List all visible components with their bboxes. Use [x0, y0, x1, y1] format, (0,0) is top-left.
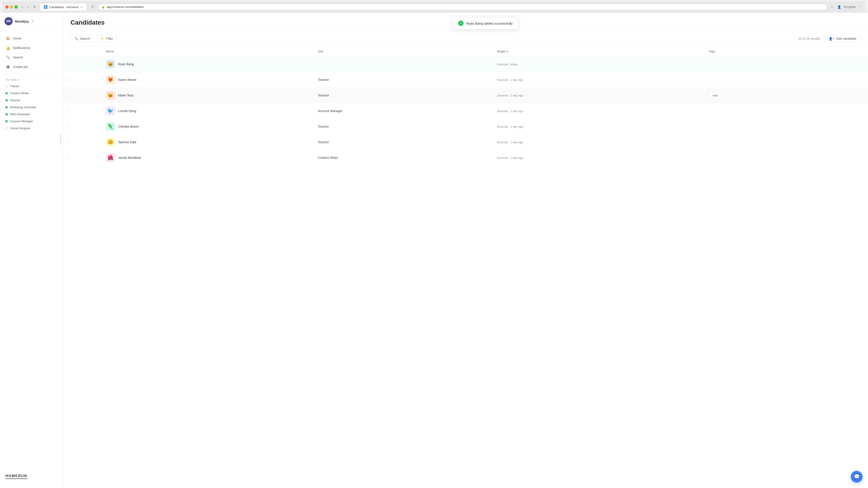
job-status-dot: [5, 127, 8, 129]
row-tags: -: [705, 150, 868, 166]
job-label: Marketing Associate: [10, 105, 36, 109]
browser-actions: ☆ 👤 Incognito ⋮: [830, 4, 863, 10]
table-row[interactable]: 😊 Sammy Dale Teacher Sourced · 1 day ago…: [63, 134, 868, 150]
row-name: 🐱 Marie Tess: [102, 88, 314, 103]
row-job: Account Manager: [314, 103, 493, 119]
table-row[interactable]: 😺 Ryan Bang - Sourced · today -: [63, 57, 868, 72]
row-checkbox[interactable]: [67, 93, 70, 97]
row-checkbox[interactable]: [67, 78, 70, 81]
window-maximize-button[interactable]: [14, 5, 18, 8]
sidebar-item-search[interactable]: 🔍 Search: [3, 53, 60, 62]
job-item-content-writer[interactable]: Content Writer: [0, 90, 63, 97]
table-container: Name Job Origin ▾ Tags: [63, 46, 868, 488]
row-origin: Sourced · 1 day ago: [493, 88, 705, 103]
job-status-dot: [5, 106, 8, 108]
row-job: Teacher: [314, 88, 493, 103]
active-tab[interactable]: H Candidates · Homerun ×: [40, 3, 87, 11]
candidate-avatar: 🌺: [106, 153, 115, 162]
window-minimize-button[interactable]: [10, 5, 13, 8]
row-checkbox[interactable]: [67, 140, 70, 144]
job-item-trainer[interactable]: Trainer: [0, 83, 63, 90]
row-origin: Sourced · 1 day ago: [493, 134, 705, 150]
chat-button[interactable]: 💬: [851, 471, 863, 483]
profile-button[interactable]: 👤: [836, 4, 842, 10]
row-check: [63, 103, 102, 119]
app: MM Moodjoy ▾ 🏠 Home 🔔 Notifications 🔍 Se…: [0, 13, 868, 488]
row-check: [63, 88, 102, 103]
tab-close-button[interactable]: ×: [81, 5, 83, 8]
jobs-section-label[interactable]: Your jobs ▾: [0, 75, 63, 83]
row-origin: Sourced · 1 day ago: [493, 103, 705, 119]
job-item-visual-designer[interactable]: Visual Designer: [0, 125, 63, 132]
add-tag-button[interactable]: Add: [709, 92, 721, 99]
sidebar-item-label: Create job: [13, 65, 28, 69]
logo-text: HOMERUN: [5, 474, 27, 479]
row-name: 😺 Ryan Bang: [102, 57, 314, 72]
search-icon: 🔍: [74, 37, 78, 40]
row-origin: Sourced · 1 day ago: [493, 72, 705, 88]
job-status-dot: [5, 120, 8, 123]
job-item-teacher[interactable]: Teacher: [0, 97, 63, 104]
row-tags: Add: [705, 88, 868, 103]
search-button[interactable]: 🔍 Search: [70, 35, 94, 42]
row-checkbox[interactable]: [67, 156, 70, 159]
forward-button[interactable]: ›: [26, 4, 30, 9]
row-origin: Sourced · today: [493, 57, 705, 72]
job-item-web-developer[interactable]: Web Developer: [0, 111, 63, 118]
job-status-dot: [5, 92, 8, 94]
table-row[interactable]: 🐦 Loonie Dong Account Manager Sourced · …: [63, 103, 868, 119]
row-checkbox[interactable]: [67, 125, 70, 128]
sidebar: MM Moodjoy ▾ 🏠 Home 🔔 Notifications 🔍 Se…: [0, 13, 63, 488]
row-checkbox[interactable]: [67, 62, 70, 66]
header-origin[interactable]: Origin ▾: [493, 46, 705, 57]
row-name: 😊 Sammy Dale: [102, 134, 314, 150]
row-job: -: [314, 57, 493, 72]
refresh-button[interactable]: ↻: [32, 5, 37, 9]
sort-icon: ▾: [506, 50, 508, 53]
table-row[interactable]: 🐱 Marie Tess Teacher Sourced · 1 day ago…: [63, 88, 868, 103]
incognito-label: Incognito: [844, 5, 856, 8]
new-tab-button[interactable]: +: [90, 4, 96, 10]
sidebar-item-create-job[interactable]: ➕ Create job: [3, 62, 60, 72]
row-name: 🦎 Cheska Moore: [102, 119, 314, 134]
toolbar: 🔍 Search ⚡ Filter 16 of 16 results 👤+ Ad…: [63, 31, 868, 46]
browser-chrome: ‹ › ↻ H Candidates · Homerun × + 🔒 app.h…: [0, 0, 868, 13]
results-count: 16 of 16 results: [798, 37, 820, 40]
sidebar-item-notifications[interactable]: 🔔 Notifications: [3, 43, 60, 53]
filter-button[interactable]: ⚡ Filter: [96, 35, 117, 42]
row-origin: Sourced · 1 day ago: [493, 150, 705, 166]
row-tags: -: [705, 119, 868, 134]
row-tags: -: [705, 103, 868, 119]
job-item-marketing-associate[interactable]: Marketing Associate: [0, 104, 63, 111]
menu-button[interactable]: ⋮: [858, 4, 863, 10]
row-name: 🐦 Loonie Dong: [102, 103, 314, 119]
table-header: Name Job Origin ▾ Tags: [63, 46, 868, 57]
table-row[interactable]: 🌺 Jessie Mendiola Content Writer Sourced…: [63, 150, 868, 166]
row-checkbox[interactable]: [67, 109, 70, 112]
job-label: Account Manager: [10, 120, 33, 123]
company-name: Moodjoy: [15, 20, 29, 23]
add-candidate-button[interactable]: 👤+ Add candidate: [825, 35, 861, 43]
scroll-indicator: [60, 133, 61, 145]
table-body: 😺 Ryan Bang - Sourced · today -: [63, 57, 868, 166]
tab-title: Candidates · Homerun: [49, 5, 79, 9]
address-bar[interactable]: 🔒 app.homerun.co/candidates/: [98, 4, 827, 10]
main-content: Candidates ✓ Ryan Bang added successfull…: [63, 13, 868, 488]
back-button[interactable]: ‹: [20, 4, 24, 9]
bookmark-button[interactable]: ☆: [830, 4, 835, 10]
row-check: [63, 72, 102, 88]
job-item-account-manager[interactable]: Account Manager: [0, 118, 63, 125]
search-icon: 🔍: [5, 55, 10, 60]
toast-message: Ryan Bang added successfully: [466, 22, 513, 25]
header-tags: Tags: [705, 46, 868, 57]
sidebar-item-home[interactable]: 🏠 Home: [3, 34, 60, 43]
window-close-button[interactable]: [5, 5, 8, 8]
filter-icon: ⚡: [100, 37, 104, 40]
table-row[interactable]: 🦎 Cheska Moore Teacher Sourced · 1 day a…: [63, 119, 868, 134]
sidebar-item-label: Search: [13, 56, 23, 59]
url-text: app.homerun.co/candidates/: [107, 5, 144, 8]
row-job: Content Writer: [314, 150, 493, 166]
sidebar-item-label: Notifications: [13, 46, 30, 50]
table-row[interactable]: 🦊 Karen Moore Teacher Sourced · 1 day ag…: [63, 72, 868, 88]
sidebar-header[interactable]: MM Moodjoy ▾: [0, 17, 63, 30]
